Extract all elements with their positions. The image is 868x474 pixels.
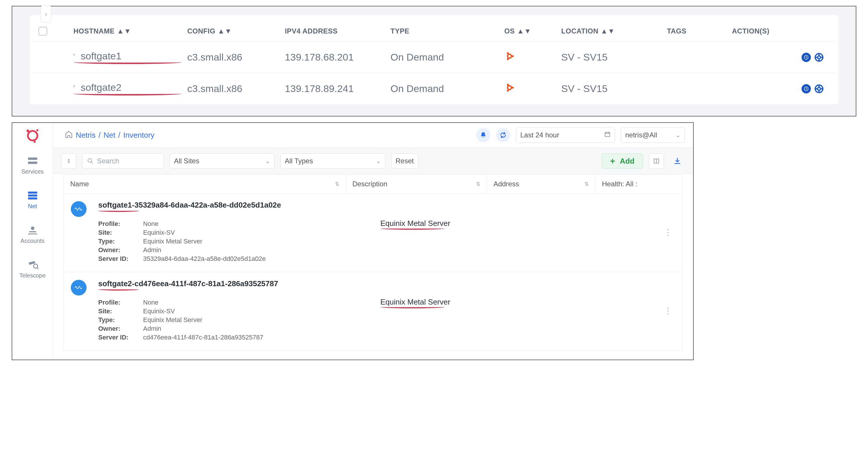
item-fields: Profile:None Site:Equinix-SV Type:Equini… [98, 219, 372, 264]
field-value: Equinix-SV [143, 307, 175, 315]
field-key-type: Type: [98, 316, 136, 324]
clock-action-icon[interactable] [802, 84, 811, 94]
hostname-text: softgate1 [81, 50, 122, 61]
chevron-down-icon: ⌄ [376, 158, 381, 165]
col-config[interactable]: CONFIG ▲▼ [187, 27, 285, 35]
notifications-button[interactable] [476, 128, 490, 142]
svg-rect-8 [818, 59, 819, 62]
col-ipv4-label: IPV4 ADDRESS [285, 27, 338, 35]
tenant-label: netris@All [625, 131, 657, 139]
sidebar-item-label: Telescope [19, 272, 45, 279]
item-title[interactable]: softgate2-cd476eea-411f-487c-81a1-286a93… [98, 279, 278, 288]
sidebar-item-accounts[interactable]: Accounts [20, 221, 46, 248]
sidebar-item-services[interactable]: Services [20, 152, 46, 178]
sidebar-item-telescope[interactable]: Telescope [20, 256, 46, 282]
calendar-icon [604, 131, 611, 139]
expand-collapse-button[interactable] [61, 154, 76, 169]
item-description: Equinix Metal Server [380, 298, 450, 307]
table-row[interactable]: › softgate1 c3.small.x86 139.178.68.201 … [33, 42, 835, 73]
annotation-underline [98, 211, 139, 212]
actions-cell [732, 84, 830, 94]
select-all-checkbox[interactable] [38, 27, 47, 36]
expand-caret-icon[interactable]: › [73, 52, 75, 57]
col-location[interactable]: LOCATION ▲▼ [561, 27, 667, 35]
breadcrumb-seg[interactable]: Net [103, 131, 115, 140]
col-os-label: OS [504, 27, 515, 35]
field-value: 35329a84-6daa-422a-a58e-dd02e5d1a02e [143, 255, 266, 263]
sidebar-item-net[interactable]: Net [20, 187, 46, 213]
netris-toolbar: Search All Sites ⌄ All Types ⌄ Reset + A… [53, 147, 693, 174]
node-icon [71, 201, 87, 217]
search-input[interactable]: Search [82, 154, 164, 169]
table-row[interactable]: › softgate2 c3.small.x86 139.178.89.241 … [33, 73, 835, 104]
plus-icon: + [610, 156, 615, 166]
list-item-body: softgate2-cd476eea-411f-487c-81a1-286a93… [98, 279, 654, 342]
listcol-name[interactable]: Name ⇅ [64, 175, 346, 193]
svg-point-13 [507, 83, 509, 86]
services-icon [26, 156, 39, 166]
col-hostname[interactable]: HOSTNAME ▲▼ [73, 27, 187, 35]
netris-topbar: Netris / Net / Inventory Last 24 hour [53, 123, 693, 147]
sort-icon: ⇅ [584, 181, 589, 187]
lifebuoy-action-icon[interactable] [814, 53, 824, 62]
timerange-select[interactable]: Last 24 hour [516, 128, 615, 143]
sites-select[interactable]: All Sites ⌄ [169, 154, 275, 169]
lifebuoy-action-icon[interactable] [814, 84, 824, 94]
field-key-site: Site: [98, 229, 136, 236]
add-button[interactable]: + Add [601, 154, 643, 169]
chevron-down-icon: ⌄ [676, 132, 681, 139]
breadcrumb-root[interactable]: Netris [76, 131, 96, 140]
item-title[interactable]: softgate1-35329a84-6daa-422a-a58e-dd02e5… [98, 201, 281, 210]
download-button[interactable] [670, 154, 685, 169]
list-item[interactable]: softgate1-35329a84-6daa-422a-a58e-dd02e5… [64, 194, 682, 272]
inventory-list: Name ⇅ Description ⇅ Address ⇅ Health: [64, 174, 683, 351]
col-tags: TAGS [667, 27, 732, 35]
svg-rect-30 [28, 197, 37, 199]
expand-caret-icon[interactable]: › [73, 83, 75, 88]
config-cell: c3.small.x86 [187, 52, 285, 63]
svg-rect-20 [815, 88, 817, 90]
listcol-address[interactable]: Address ⇅ [487, 175, 595, 193]
svg-point-17 [817, 87, 820, 90]
field-key-serverid: Server ID: [98, 255, 136, 263]
clock-action-icon[interactable] [802, 53, 811, 62]
home-icon[interactable] [65, 130, 73, 140]
net-icon [26, 190, 39, 201]
ipv4-cell: 139.178.89.241 [285, 83, 391, 94]
svg-point-0 [508, 54, 512, 58]
svg-point-6 [817, 56, 820, 59]
node-icon [71, 280, 87, 296]
tenant-select[interactable]: netris@All ⌄ [621, 128, 685, 143]
hostname-cell[interactable]: › softgate2 [73, 82, 187, 96]
item-menu-button[interactable]: ⋮ [661, 201, 675, 264]
hostname-cell[interactable]: › softgate1 [73, 50, 187, 64]
host-table-wrap: HOSTNAME ▲▼ CONFIG ▲▼ IPV4 ADDRESS TYPE … [12, 6, 856, 116]
field-value: Equinix Metal Server [143, 316, 202, 324]
col-actions-label: ACTION(S) [732, 27, 769, 35]
item-menu-button[interactable]: ⋮ [661, 279, 675, 342]
item-description: Equinix Metal Server [380, 219, 450, 228]
config-cell: c3.small.x86 [187, 83, 285, 94]
sort-icon: ▲▼ [517, 27, 531, 35]
ubuntu-os-icon [504, 51, 561, 64]
listcol-description[interactable]: Description ⇅ [346, 175, 487, 193]
svg-point-31 [31, 227, 34, 230]
listcol-health[interactable]: Health: All : [595, 175, 682, 193]
svg-point-22 [28, 131, 37, 141]
breadcrumb-sep: / [118, 131, 120, 140]
netris-logo-icon[interactable] [25, 128, 41, 144]
list-item[interactable]: softgate2-cd476eea-411f-487c-81a1-286a93… [64, 272, 682, 350]
types-select[interactable]: All Types ⌄ [280, 154, 385, 169]
refresh-button[interactable] [496, 128, 510, 142]
svg-rect-27 [28, 162, 37, 164]
annotation-underline [380, 229, 444, 230]
breadcrumb-seg[interactable]: Inventory [123, 131, 154, 140]
listcol-address-label: Address [493, 180, 519, 188]
col-os[interactable]: OS ▲▼ [504, 27, 561, 35]
sidebar-expand-button[interactable]: › [41, 5, 51, 23]
col-location-label: LOCATION [561, 27, 599, 35]
col-hostname-label: HOSTNAME [73, 27, 115, 35]
annotation-underline [73, 62, 182, 64]
columns-button[interactable] [649, 154, 664, 169]
reset-button[interactable]: Reset [391, 154, 418, 169]
